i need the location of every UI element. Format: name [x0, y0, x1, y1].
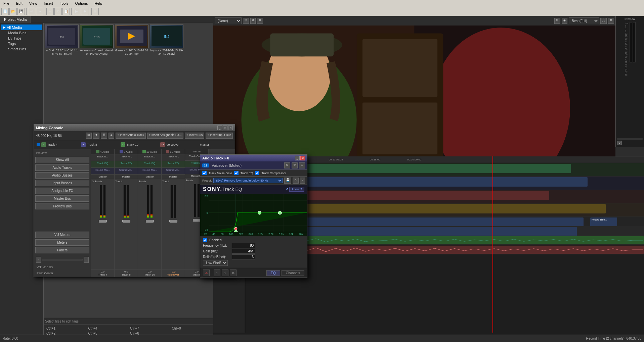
ch-eq-11[interactable]: Track EQ — [162, 161, 185, 168]
zoom-out-btn[interactable]: − — [36, 257, 41, 263]
shortcut-4[interactable]: Ctrl+4 — [87, 326, 128, 331]
mixer-settings-btn[interactable]: ▼ — [93, 133, 99, 139]
meter-settings-btn[interactable]: ⚙ — [617, 141, 622, 145]
preview-close-btn[interactable]: ✕ — [257, 18, 263, 24]
ch-fader-handle-master[interactable] — [193, 219, 201, 222]
preset-save-btn[interactable]: 💾 — [284, 178, 291, 184]
preview-split-btn[interactable]: ⧉ — [250, 18, 256, 24]
mixer-close-btn[interactable]: ✕ — [228, 126, 233, 130]
toolbar-save[interactable]: 💾 — [17, 8, 25, 15]
show-all-btn[interactable]: Show All — [35, 157, 89, 163]
right-slider[interactable] — [617, 138, 643, 140]
mixer-min-btn[interactable]: _ — [217, 126, 222, 130]
zoom-in-btn[interactable]: + — [84, 257, 89, 263]
shortcut-0[interactable]: Ctrl+0 — [171, 326, 212, 331]
fx-close-btn[interactable]: ✕ — [300, 156, 305, 160]
toolbar-render[interactable]: ▶ — [73, 8, 80, 15]
shortcut-7[interactable]: Ctrl+7 — [129, 326, 170, 331]
fx-pin-btn[interactable]: ⊞ — [299, 162, 305, 168]
toolbar-redo[interactable]: ↪ — [36, 8, 43, 15]
quality-select[interactable]: Best (Full) — [569, 17, 599, 24]
eq-rolloff-input[interactable] — [232, 254, 255, 259]
eq-icon-info-1[interactable]: ℹ — [214, 270, 220, 276]
tab-project-media[interactable]: Project Media — [0, 16, 31, 23]
preset-select[interactable]: (Sys) Remove low rumble below 80 Hz — [213, 178, 283, 183]
toolbar-open[interactable]: 📂 — [9, 8, 17, 15]
vu-meters-btn[interactable]: VU Meters — [35, 232, 89, 238]
preview-full-btn[interactable]: ⛶ — [600, 18, 607, 24]
tree-item-media-bins[interactable]: Media Bins — [1, 30, 42, 36]
audio-tracks-btn[interactable]: Audio Tracks — [35, 164, 89, 171]
mixer-max-btn[interactable]: □ — [223, 126, 227, 130]
toolbar-paste[interactable]: 📋 — [62, 8, 70, 15]
mixer-add-audio[interactable]: + Insert Audio Track — [116, 133, 146, 139]
toolbar-capture[interactable]: ⏺ — [81, 8, 88, 15]
mixer-add-bus[interactable]: + Insert Bus — [185, 133, 204, 139]
master-bus-btn[interactable]: Master Bus — [35, 195, 89, 202]
toolbar-copy[interactable]: ⧉ — [54, 8, 62, 15]
preset-del-btn[interactable]: ✕ — [293, 178, 299, 184]
mixer-link-btn[interactable]: ⛓ — [101, 133, 107, 139]
eq-enabled-cb[interactable] — [203, 238, 207, 242]
ch-fader-handle-4[interactable] — [99, 220, 107, 223]
mixer-add-input[interactable]: + Insert Input Bus — [206, 133, 233, 139]
eq-filter-type-select[interactable]: Low Shelf — [203, 260, 228, 266]
audio-busses-btn[interactable]: Audio Busses — [35, 172, 89, 179]
ch-fader-handle-10[interactable] — [146, 220, 154, 223]
toolbar-undo[interactable]: ↩ — [28, 8, 35, 15]
ch-eq-10[interactable]: Track EQ — [138, 161, 161, 168]
eq-icon-info-2[interactable]: ℹ — [222, 270, 228, 276]
noise-gate-cb[interactable] — [202, 171, 207, 175]
preset-help-btn[interactable]: ? — [300, 178, 305, 184]
shortcut-1[interactable]: Ctrl+1 — [45, 326, 86, 331]
menu-tools[interactable]: Tools — [58, 1, 71, 6]
audio-clip-2[interactable]: Record Take 1 — [590, 217, 617, 227]
mixer-auto-btn[interactable]: ◈ — [109, 133, 114, 139]
eq-gain-input[interactable] — [232, 249, 255, 254]
eq-icon-info-3[interactable]: ⊕ — [230, 270, 237, 276]
tree-item-all-media[interactable]: ▶ All Media — [1, 25, 42, 30]
preview-marker-btn[interactable]: ◈ — [562, 18, 567, 24]
toolbar-new[interactable]: 📄 — [1, 8, 9, 15]
vol-value: -2.0 dB — [43, 265, 53, 269]
assignable-fx-btn[interactable]: Assignable FX — [35, 188, 89, 194]
tree-item-smart-bins[interactable]: Smart Bins — [1, 46, 42, 52]
fx-bypass-btn[interactable]: ⊗ — [292, 162, 298, 168]
tree-item-tags[interactable]: Tags — [1, 41, 42, 46]
eq-freq-input[interactable] — [232, 243, 255, 248]
tree-item-by-type[interactable]: By Type — [1, 36, 42, 41]
ch-eq-8[interactable]: Track EQ — [115, 161, 138, 168]
meters-btn[interactable]: Meters — [35, 239, 89, 246]
menu-file[interactable]: File — [1, 1, 11, 6]
toolbar-cut[interactable]: ✂ — [46, 8, 54, 15]
mixer-add-fx[interactable]: + Insert Assignable FX... — [147, 133, 183, 139]
menu-help[interactable]: Help — [92, 1, 104, 6]
toolbar-snap[interactable]: ⊞ — [91, 8, 99, 15]
faders-btn[interactable]: Faders — [35, 247, 89, 253]
preview-settings-btn[interactable]: ⚙ — [608, 18, 614, 24]
ch-eq-4[interactable]: Track EQ — [91, 161, 114, 168]
preview-source-select[interactable]: (None) — [215, 17, 242, 24]
eq-tab-channels[interactable]: Channels — [282, 270, 304, 276]
menu-view[interactable]: View — [27, 1, 39, 6]
menu-options[interactable]: Options — [73, 1, 90, 6]
preview-bus-btn[interactable]: Preview Bus — [35, 203, 89, 209]
about-btn[interactable]: About ? — [289, 187, 304, 192]
track-eq-cb[interactable] — [234, 171, 239, 175]
mixer-cb-track4[interactable] — [37, 143, 40, 146]
ch-num-11: 11 — [170, 150, 173, 153]
eq-icon-error[interactable]: ⚠ — [203, 270, 210, 276]
menu-insert[interactable]: Insert — [42, 1, 55, 6]
preview-snap-btn[interactable]: ⊞ — [554, 18, 560, 24]
zoom-slider[interactable] — [42, 259, 83, 260]
mixer-view-btn[interactable]: ⊞ — [86, 133, 92, 139]
fx-min-btn[interactable]: _ — [295, 156, 300, 160]
eq-tab-eq[interactable]: EQ — [266, 270, 280, 276]
fx-mono-btn[interactable]: ⊕ — [284, 162, 290, 168]
preview-ext-btn[interactable]: ⊟ — [243, 18, 249, 24]
track-comp-cb[interactable] — [255, 171, 259, 175]
ch-fader-handle-8[interactable] — [122, 220, 130, 223]
menu-edit[interactable]: Edit — [14, 1, 25, 6]
ch-fader-handle-11[interactable] — [169, 220, 177, 223]
input-busses-btn[interactable]: Input Busses — [35, 180, 89, 186]
